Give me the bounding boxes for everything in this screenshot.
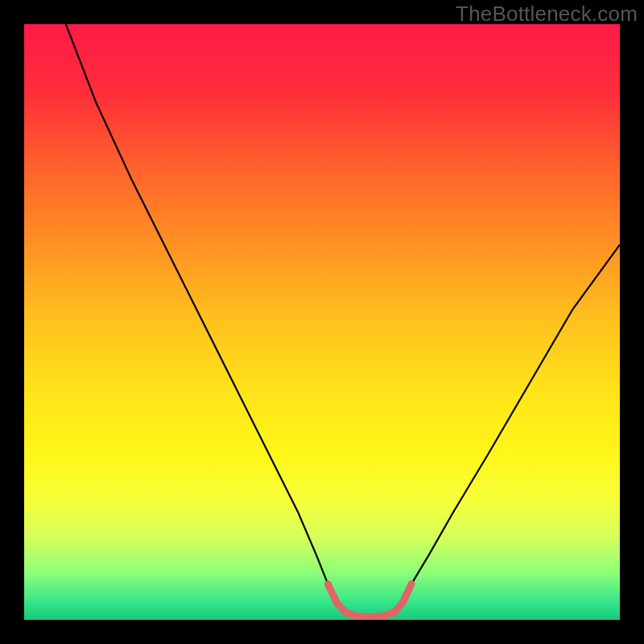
chart-frame: TheBottleneck.com bbox=[0, 0, 644, 644]
chart-background bbox=[24, 24, 620, 620]
chart-svg bbox=[24, 24, 620, 620]
watermark-text: TheBottleneck.com bbox=[456, 2, 638, 27]
chart-plot-area bbox=[24, 24, 620, 620]
